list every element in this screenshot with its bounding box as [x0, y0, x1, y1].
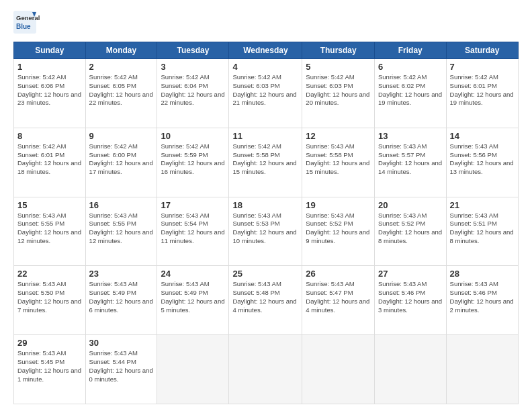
day-number: 5 [306, 62, 371, 72]
calendar-cell: 10Sunrise: 5:42 AMSunset: 5:59 PMDayligh… [157, 128, 229, 197]
col-header-friday: Friday [375, 42, 447, 59]
day-info: Sunrise: 5:43 AMSunset: 5:44 PMDaylight:… [89, 349, 154, 383]
day-number: 28 [450, 269, 515, 279]
calendar-cell: 26Sunrise: 5:43 AMSunset: 5:47 PMDayligh… [302, 266, 375, 335]
day-info: Sunrise: 5:43 AMSunset: 5:55 PMDaylight:… [17, 212, 82, 246]
day-info: Sunrise: 5:43 AMSunset: 5:55 PMDaylight:… [89, 212, 154, 246]
day-number: 7 [450, 62, 515, 72]
day-info: Sunrise: 5:43 AMSunset: 5:56 PMDaylight:… [450, 142, 515, 177]
day-number: 25 [232, 269, 298, 279]
day-info: Sunrise: 5:42 AMSunset: 6:01 PMDaylight:… [17, 142, 82, 177]
page: General Blue SundayMondayTuesdayWednesda… [0, 0, 532, 411]
day-number: 22 [17, 269, 82, 279]
day-number: 10 [161, 131, 225, 141]
day-number: 11 [232, 131, 298, 141]
day-info: Sunrise: 5:42 AMSunset: 6:06 PMDaylight:… [17, 73, 82, 107]
day-number: 30 [89, 338, 154, 348]
calendar-cell: 21Sunrise: 5:43 AMSunset: 5:51 PMDayligh… [446, 197, 518, 266]
calendar-cell: 12Sunrise: 5:43 AMSunset: 5:58 PMDayligh… [302, 128, 375, 197]
day-number: 21 [450, 200, 515, 210]
day-info: Sunrise: 5:42 AMSunset: 5:58 PMDaylight:… [232, 142, 298, 177]
day-info: Sunrise: 5:42 AMSunset: 6:03 PMDaylight:… [306, 73, 371, 107]
day-number: 14 [450, 131, 515, 141]
calendar-cell: 13Sunrise: 5:43 AMSunset: 5:57 PMDayligh… [375, 128, 447, 197]
col-header-saturday: Saturday [446, 42, 518, 59]
col-header-wednesday: Wednesday [229, 42, 302, 59]
day-number: 2 [89, 62, 154, 72]
calendar-cell: 8Sunrise: 5:42 AMSunset: 6:01 PMDaylight… [14, 128, 86, 197]
day-number: 3 [161, 62, 225, 72]
col-header-sunday: Sunday [14, 42, 86, 59]
calendar-cell [446, 335, 518, 404]
calendar-cell [157, 335, 229, 404]
day-number: 18 [232, 200, 298, 210]
calendar-cell: 11Sunrise: 5:42 AMSunset: 5:58 PMDayligh… [229, 128, 302, 197]
day-info: Sunrise: 5:43 AMSunset: 5:52 PMDaylight:… [378, 212, 443, 246]
day-number: 15 [17, 200, 82, 210]
day-info: Sunrise: 5:43 AMSunset: 5:49 PMDaylight:… [89, 280, 154, 314]
calendar-cell: 25Sunrise: 5:43 AMSunset: 5:48 PMDayligh… [229, 266, 302, 335]
day-number: 16 [89, 200, 154, 210]
calendar-cell: 17Sunrise: 5:43 AMSunset: 5:54 PMDayligh… [157, 197, 229, 266]
calendar-cell: 19Sunrise: 5:43 AMSunset: 5:52 PMDayligh… [302, 197, 375, 266]
calendar-cell: 15Sunrise: 5:43 AMSunset: 5:55 PMDayligh… [14, 197, 86, 266]
logo: General Blue [13, 11, 74, 35]
logo-svg: General Blue [13, 11, 74, 35]
day-info: Sunrise: 5:43 AMSunset: 5:46 PMDaylight:… [378, 280, 443, 314]
day-number: 27 [378, 269, 443, 279]
header: General Blue [13, 11, 519, 35]
calendar-cell: 9Sunrise: 5:42 AMSunset: 6:00 PMDaylight… [85, 128, 157, 197]
day-info: Sunrise: 5:42 AMSunset: 5:59 PMDaylight:… [161, 142, 225, 177]
day-info: Sunrise: 5:42 AMSunset: 6:04 PMDaylight:… [161, 73, 225, 107]
day-info: Sunrise: 5:42 AMSunset: 6:05 PMDaylight:… [89, 73, 154, 107]
day-info: Sunrise: 5:43 AMSunset: 5:57 PMDaylight:… [378, 142, 443, 177]
day-info: Sunrise: 5:43 AMSunset: 5:52 PMDaylight:… [306, 212, 371, 246]
svg-text:Blue: Blue [16, 23, 31, 30]
day-info: Sunrise: 5:42 AMSunset: 6:00 PMDaylight:… [89, 142, 154, 177]
col-header-tuesday: Tuesday [157, 42, 229, 59]
calendar-cell: 18Sunrise: 5:43 AMSunset: 5:53 PMDayligh… [229, 197, 302, 266]
day-info: Sunrise: 5:43 AMSunset: 5:51 PMDaylight:… [450, 212, 515, 246]
calendar-cell: 23Sunrise: 5:43 AMSunset: 5:49 PMDayligh… [85, 266, 157, 335]
day-info: Sunrise: 5:43 AMSunset: 5:48 PMDaylight:… [232, 280, 298, 314]
day-info: Sunrise: 5:42 AMSunset: 6:02 PMDaylight:… [378, 73, 443, 107]
calendar-cell: 24Sunrise: 5:43 AMSunset: 5:49 PMDayligh… [157, 266, 229, 335]
calendar-cell: 20Sunrise: 5:43 AMSunset: 5:52 PMDayligh… [375, 197, 447, 266]
day-number: 24 [161, 269, 225, 279]
calendar-cell: 16Sunrise: 5:43 AMSunset: 5:55 PMDayligh… [85, 197, 157, 266]
day-number: 19 [306, 200, 371, 210]
day-info: Sunrise: 5:43 AMSunset: 5:46 PMDaylight:… [450, 280, 515, 314]
day-number: 4 [232, 62, 298, 72]
day-number: 20 [378, 200, 443, 210]
day-info: Sunrise: 5:43 AMSunset: 5:54 PMDaylight:… [161, 212, 225, 246]
calendar-cell: 22Sunrise: 5:43 AMSunset: 5:50 PMDayligh… [14, 266, 86, 335]
day-number: 9 [89, 131, 154, 141]
day-number: 6 [378, 62, 443, 72]
day-info: Sunrise: 5:43 AMSunset: 5:45 PMDaylight:… [17, 349, 82, 383]
calendar-cell: 27Sunrise: 5:43 AMSunset: 5:46 PMDayligh… [375, 266, 447, 335]
calendar-cell: 5Sunrise: 5:42 AMSunset: 6:03 PMDaylight… [302, 59, 375, 128]
day-info: Sunrise: 5:43 AMSunset: 5:58 PMDaylight:… [306, 142, 371, 177]
day-number: 26 [306, 269, 371, 279]
day-number: 1 [17, 62, 82, 72]
calendar-cell: 4Sunrise: 5:42 AMSunset: 6:03 PMDaylight… [229, 59, 302, 128]
calendar-cell: 14Sunrise: 5:43 AMSunset: 5:56 PMDayligh… [446, 128, 518, 197]
col-header-thursday: Thursday [302, 42, 375, 59]
day-info: Sunrise: 5:42 AMSunset: 6:01 PMDaylight:… [450, 73, 515, 107]
calendar-cell: 1Sunrise: 5:42 AMSunset: 6:06 PMDaylight… [14, 59, 86, 128]
day-info: Sunrise: 5:43 AMSunset: 5:47 PMDaylight:… [306, 280, 371, 314]
calendar-cell [375, 335, 447, 404]
calendar-cell: 2Sunrise: 5:42 AMSunset: 6:05 PMDaylight… [85, 59, 157, 128]
calendar-table: SundayMondayTuesdayWednesdayThursdayFrid… [13, 42, 519, 404]
day-info: Sunrise: 5:43 AMSunset: 5:49 PMDaylight:… [161, 280, 225, 314]
calendar-cell [229, 335, 302, 404]
calendar-cell: 7Sunrise: 5:42 AMSunset: 6:01 PMDaylight… [446, 59, 518, 128]
day-number: 17 [161, 200, 225, 210]
svg-text:General: General [16, 14, 40, 21]
calendar-cell: 29Sunrise: 5:43 AMSunset: 5:45 PMDayligh… [14, 335, 86, 404]
day-number: 29 [17, 338, 82, 348]
day-info: Sunrise: 5:43 AMSunset: 5:50 PMDaylight:… [17, 280, 82, 314]
calendar-cell: 6Sunrise: 5:42 AMSunset: 6:02 PMDaylight… [375, 59, 447, 128]
day-number: 12 [306, 131, 371, 141]
calendar-cell: 30Sunrise: 5:43 AMSunset: 5:44 PMDayligh… [85, 335, 157, 404]
